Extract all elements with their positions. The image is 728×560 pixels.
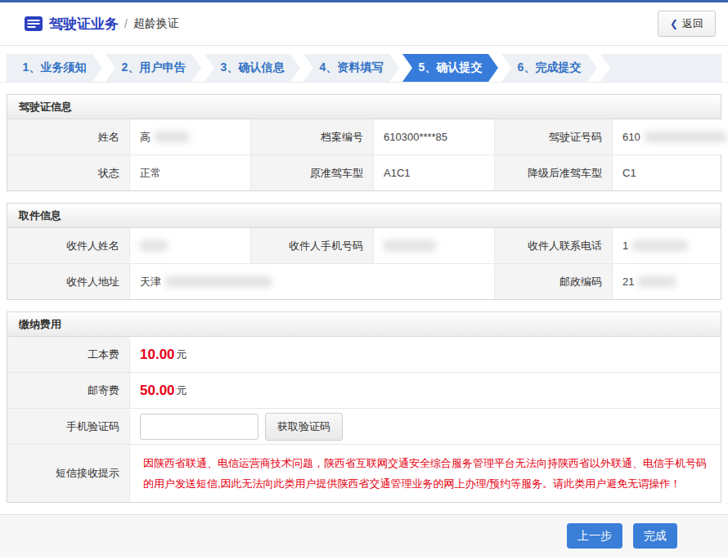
finish-button[interactable]: 完成	[633, 523, 677, 549]
file-no-label: 档案编号	[251, 119, 374, 155]
table-row: 短信接收提示 因陕西省联通、电信运营商技术问题，陕西省互联网交通安全综合服务管理…	[7, 444, 721, 502]
orig-class-label: 原准驾车型	[251, 155, 374, 190]
redacted-value	[384, 240, 436, 251]
redacted-value	[140, 240, 168, 251]
breadcrumb-separator: /	[124, 17, 128, 30]
mail-fee-amount: 50.00	[140, 383, 175, 399]
mail-fee-label: 邮寄费	[7, 373, 130, 408]
name-value: 高	[130, 119, 251, 155]
card-fee-unit: 元	[177, 347, 187, 362]
table-row: 收件人姓名 收件人手机号码 收件人联系电话 1	[7, 228, 721, 263]
orig-class-value: A1C1	[374, 155, 495, 190]
sms-notice-cell: 因陕西省联通、电信运营商技术问题，陕西省互联网交通安全综合服务管理平台无法向持陕…	[130, 445, 721, 502]
redacted-value	[645, 132, 726, 142]
previous-step-button[interactable]: 上一步	[567, 523, 622, 549]
page-title: 驾驶证业务	[49, 15, 119, 34]
footer-action-bar: 上一步 完成	[0, 514, 728, 557]
pickup-info-title: 取件信息	[7, 204, 721, 228]
step-bar-filler	[600, 54, 721, 82]
recipient-mobile-value	[374, 228, 495, 263]
license-no-label: 驾驶证号码	[495, 119, 613, 155]
step-tab-6-done[interactable]: 6、完成提交	[501, 54, 597, 82]
back-button[interactable]: ❮ 返回	[658, 11, 716, 37]
sms-notice-text: 因陕西省联通、电信运营商技术问题，陕西省互联网交通安全综合服务管理平台无法向持陕…	[140, 448, 711, 499]
step-tab-3-confirm-info[interactable]: 3、确认信息	[204, 54, 300, 82]
table-row: 姓名 高 档案编号 610300****85 驾驶证号码 610	[7, 119, 721, 155]
card-fee-label: 工本费	[7, 337, 130, 372]
table-row: 状态 正常 原准驾车型 A1C1 降级后准驾车型 C1	[7, 155, 721, 190]
file-no-value: 610300****85	[374, 119, 495, 155]
license-info-title: 驾驶证信息	[7, 95, 721, 119]
mail-fee-value: 50.00 元	[130, 373, 721, 408]
recipient-name-label: 收件人姓名	[7, 228, 130, 263]
recipient-mobile-label: 收件人手机号码	[251, 228, 374, 263]
table-row: 工本费 10.00 元	[7, 337, 721, 372]
license-no-value: 610	[613, 119, 728, 155]
recipient-address-label: 收件人地址	[7, 264, 130, 299]
payment-title: 缴纳费用	[7, 312, 721, 337]
redacted-value	[638, 276, 676, 287]
table-row: 手机验证码 获取验证码	[7, 408, 721, 444]
step-tab-4-fill-data[interactable]: 4、资料填写	[303, 54, 399, 82]
status-value: 正常	[130, 155, 251, 190]
recipient-name-value	[130, 228, 251, 263]
sms-notice-label: 短信接收提示	[7, 445, 130, 502]
new-class-value: C1	[613, 155, 721, 190]
postal-code-value: 21	[613, 264, 721, 299]
step-tab-5-confirm-submit[interactable]: 5、确认提交	[402, 54, 498, 82]
step-tab-2-declaration[interactable]: 2、用户申告	[106, 54, 201, 82]
recipient-address-value: 天津	[130, 264, 495, 299]
postal-code-label: 邮政编码	[495, 264, 613, 299]
step-tab-1-notice[interactable]: 1、业务须知	[7, 54, 102, 82]
mail-fee-unit: 元	[177, 383, 187, 398]
sms-code-label: 手机验证码	[7, 409, 130, 444]
step-progress-bar: 1、业务须知 2、用户申告 3、确认信息 4、资料填写 5、确认提交 6、完成提…	[0, 46, 728, 83]
chevron-left-icon: ❮	[670, 18, 678, 29]
get-sms-code-button[interactable]: 获取验证码	[265, 413, 343, 441]
recipient-phone-label: 收件人联系电话	[495, 228, 613, 263]
new-class-label: 降级后准驾车型	[495, 155, 613, 190]
card-fee-amount: 10.00	[140, 347, 175, 363]
license-info-section: 驾驶证信息 姓名 高 档案编号 610300****85 驾驶证号码 610 状…	[7, 94, 721, 191]
sms-code-input[interactable]	[140, 414, 258, 440]
page-header: 驾驶证业务 / 超龄换证 ❮ 返回	[0, 2, 728, 46]
status-label: 状态	[7, 155, 130, 190]
back-button-label: 返回	[682, 16, 703, 31]
table-row: 邮寄费 50.00 元	[7, 372, 721, 408]
card-fee-value: 10.00 元	[130, 337, 721, 372]
pickup-info-section: 取件信息 收件人姓名 收件人手机号码 收件人联系电话 1 收件人地址 天津 邮政…	[7, 203, 721, 300]
redacted-value	[632, 240, 688, 251]
sms-code-cell: 获取验证码	[130, 409, 721, 444]
redacted-value	[165, 276, 272, 287]
name-label: 姓名	[7, 119, 130, 155]
license-list-icon	[25, 16, 43, 31]
recipient-phone-value: 1	[613, 228, 721, 263]
payment-section: 缴纳费用 工本费 10.00 元 邮寄费 50.00 元 手机验证码 获取验证码…	[7, 311, 721, 503]
table-row: 收件人地址 天津 邮政编码 21	[7, 263, 721, 299]
breadcrumb-current: 超龄换证	[133, 16, 179, 31]
redacted-value	[155, 132, 189, 142]
